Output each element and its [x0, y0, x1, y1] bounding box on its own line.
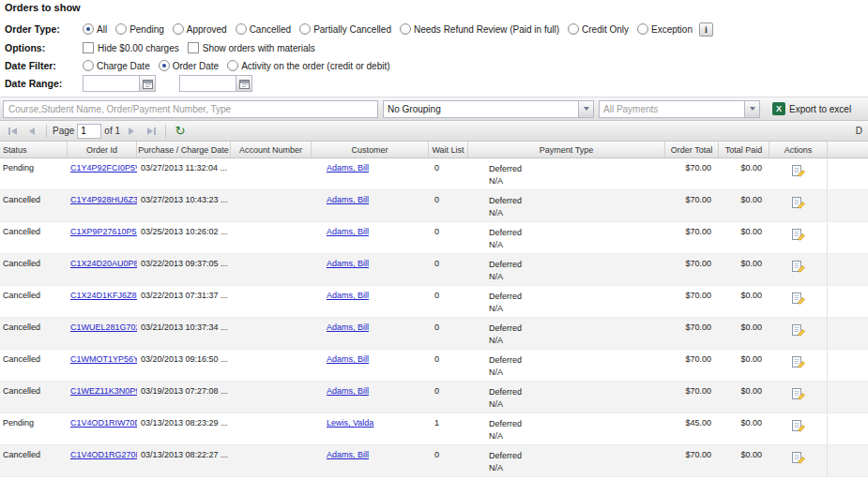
export-to-excel-button[interactable]: X Export to excel: [768, 99, 856, 118]
order-type-radio[interactable]: Needs Refund Review (Paid in full): [400, 23, 559, 35]
column-header[interactable]: Account Number: [231, 142, 312, 158]
customer-link[interactable]: Adams, Bill: [327, 195, 369, 204]
order-type-radio[interactable]: Exception: [637, 23, 693, 35]
info-icon[interactable]: i: [699, 22, 713, 37]
order-type-label: Order Type:: [5, 23, 83, 35]
column-header[interactable]: Payment Type: [468, 142, 665, 158]
table-row[interactable]: Cancelled C1WMOT1YP56YT24 03/20/2013 09:…: [0, 350, 868, 382]
order-type-radio[interactable]: Pending: [115, 23, 164, 35]
edit-order-icon[interactable]: [791, 163, 806, 178]
order-id-link[interactable]: C1Y4P92FCI0P5V6: [70, 163, 137, 172]
column-header[interactable]: Customer: [312, 142, 429, 158]
order-id-link[interactable]: C1X24D1KFJ6Z85V: [70, 291, 137, 300]
wait-list-cell: 0: [429, 222, 468, 253]
edit-order-icon[interactable]: [791, 195, 806, 210]
customer-link[interactable]: Adams, Bill: [327, 163, 369, 172]
actions-cell: [769, 222, 828, 253]
column-header[interactable]: Order Id: [68, 142, 137, 158]
total-paid-cell: $0.00: [719, 445, 769, 476]
order-id-link[interactable]: C1WMOT1YP56YT24: [70, 354, 137, 364]
edit-order-icon[interactable]: [791, 354, 806, 369]
payments-dropdown[interactable]: All Payments: [599, 100, 760, 118]
edit-order-icon[interactable]: [791, 322, 806, 338]
edit-order-icon[interactable]: [791, 418, 806, 433]
option-checkbox[interactable]: Show orders with materials: [188, 42, 315, 53]
date-filter-radio[interactable]: Activity on the order (credit or debit): [227, 60, 389, 71]
edit-order-icon[interactable]: [791, 386, 806, 401]
table-row[interactable]: Pending C1Y4P92FCI0P5V6 03/27/2013 11:32…: [0, 158, 868, 190]
column-header[interactable]: Actions: [769, 142, 828, 158]
previous-page-button[interactable]: [23, 123, 40, 140]
payment-type-line2: N/A: [489, 462, 665, 474]
chevron-down-icon[interactable]: [578, 100, 594, 118]
customer-link[interactable]: Adams, Bill: [327, 450, 369, 459]
radio-icon: [227, 60, 238, 71]
customer-link[interactable]: Adams, Bill: [327, 227, 369, 236]
order-type-radio[interactable]: All: [83, 23, 107, 35]
table-row[interactable]: Cancelled C1X24D1KFJ6Z85V 03/22/2013 07:…: [0, 286, 868, 318]
payment-type-line1: Deferred: [489, 259, 665, 271]
order-type-row: Order Type: All Pending Approved: [5, 21, 868, 38]
table-row[interactable]: Pending C1V4OD1RIW70D1W 03/13/2013 08:23…: [0, 413, 868, 445]
order-id-link[interactable]: C1Y4P928HU6Z3R6: [70, 195, 137, 204]
order-type-radio[interactable]: Cancelled: [236, 23, 291, 35]
refresh-button[interactable]: ↻: [172, 123, 189, 140]
payment-type-cell: Deferred N/A: [468, 413, 665, 444]
total-paid-cell: $0.00: [719, 350, 769, 381]
order-type-radio[interactable]: Approved: [173, 23, 227, 35]
column-header[interactable]: Total Paid: [719, 142, 769, 158]
order-id-link[interactable]: C1X24D20AU0P87C: [70, 259, 137, 268]
chevron-down-icon[interactable]: [744, 100, 760, 118]
order-id-link[interactable]: C1WUEL281G702HG: [70, 322, 137, 332]
search-input[interactable]: [3, 100, 378, 118]
table-row[interactable]: Cancelled C1V4OD1RG270HRA 03/13/2013 08:…: [0, 445, 868, 477]
next-page-button[interactable]: [123, 123, 140, 140]
date-to-input[interactable]: [179, 75, 236, 92]
table-row[interactable]: Cancelled C1Y4P928HU6Z3R6 03/27/2013 10:…: [0, 190, 868, 222]
order-id-link[interactable]: C1V4OD1RG270HRA: [70, 450, 137, 459]
status-cell: Pending: [0, 158, 68, 189]
date-filter-radio[interactable]: Charge Date: [83, 60, 150, 71]
account-number-cell: [231, 413, 312, 444]
date-range-label: Date Range:: [5, 78, 83, 89]
order-total-cell: $70.00: [665, 222, 719, 253]
table-row[interactable]: Cancelled C1WUEL281G702HG 03/21/2013 10:…: [0, 318, 868, 350]
calendar-trigger-button[interactable]: [139, 75, 156, 92]
column-header[interactable]: Wait List: [429, 142, 468, 158]
edit-order-icon[interactable]: [791, 450, 806, 465]
column-header[interactable]: Status: [0, 142, 68, 158]
order-id-link[interactable]: C1V4OD1RIW70D1W: [70, 418, 137, 428]
table-row[interactable]: Cancelled C1XP9P27610P51Z 03/25/2013 10:…: [0, 222, 868, 254]
status-cell: Cancelled: [0, 254, 68, 285]
edit-order-icon[interactable]: [791, 259, 806, 274]
customer-link[interactable]: Adams, Bill: [327, 386, 369, 396]
customer-link[interactable]: Adams, Bill: [327, 291, 369, 300]
table-row[interactable]: Cancelled C1WEZ11K3N0P9H1 03/19/2013 07:…: [0, 382, 868, 413]
date-filter-radio[interactable]: Order Date: [159, 60, 219, 71]
edit-order-icon[interactable]: [791, 291, 806, 306]
grouping-dropdown[interactable]: No Grouping: [383, 100, 594, 118]
customer-link[interactable]: Adams, Bill: [327, 259, 369, 268]
order-id-link[interactable]: C1XP9P27610P51Z: [70, 227, 137, 236]
page-number-input[interactable]: [77, 124, 101, 139]
last-page-button[interactable]: [143, 123, 160, 140]
order-type-radio[interactable]: Partially Cancelled: [299, 23, 391, 35]
table-row[interactable]: Cancelled C1X24D20AU0P87C 03/22/2013 09:…: [0, 254, 868, 286]
customer-link[interactable]: Lewis, Valda: [327, 418, 373, 428]
toolbar-separator: [165, 125, 166, 138]
column-header[interactable]: Order Total: [665, 142, 719, 158]
actions-cell: [769, 350, 828, 381]
edit-order-icon[interactable]: [791, 227, 806, 242]
order-type-radio[interactable]: Credit Only: [568, 23, 629, 35]
option-checkbox[interactable]: Hide $0.00 charges: [83, 42, 179, 53]
customer-link[interactable]: Adams, Bill: [327, 354, 369, 364]
column-header[interactable]: Purchase / Charge Date: [137, 142, 231, 158]
date-from-input[interactable]: [83, 75, 139, 92]
last-page-icon: [147, 128, 153, 135]
first-page-button[interactable]: [4, 123, 21, 140]
calendar-trigger-button[interactable]: [236, 75, 252, 92]
payment-type-cell: Deferred N/A: [468, 318, 665, 349]
order-id-link[interactable]: C1WEZ11K3N0P9H1: [70, 386, 137, 396]
wait-list-cell: 0: [429, 190, 468, 221]
customer-link[interactable]: Adams, Bill: [327, 322, 369, 332]
